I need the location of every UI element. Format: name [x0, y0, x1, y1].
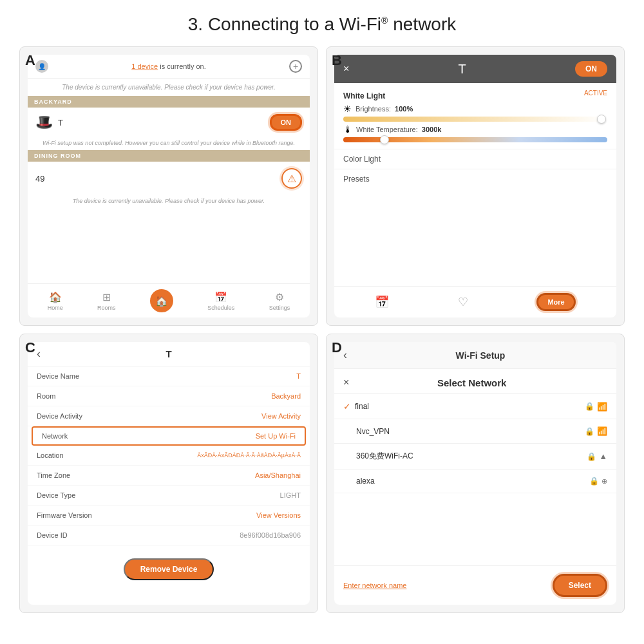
- pa-warning-text: The device is currently unavailable. Ple…: [28, 79, 310, 96]
- pc-activity-value[interactable]: View Activity: [261, 412, 301, 420]
- pb-white-light-label: White Light: [343, 91, 385, 100]
- wifi-icon-nvc: 📶: [597, 426, 607, 436]
- nav-settings-label: Settings: [269, 305, 290, 311]
- nav-schedules[interactable]: 📅 Schedules: [207, 291, 234, 311]
- lamp-icon: 🎩: [35, 114, 53, 131]
- temperature-slider[interactable]: [343, 137, 607, 142]
- pc-device-name-label: Device Name: [37, 372, 79, 380]
- pc-network-row-highlighted: Network Set Up Wi-Fi: [32, 426, 306, 446]
- panel-a-label: A: [25, 52, 35, 69]
- pb-on-button[interactable]: ON: [575, 61, 607, 77]
- pa-wifi-note: Wi-Fi setup was not completed. However y…: [28, 137, 310, 150]
- pc-room-value: Backyard: [271, 392, 301, 400]
- pd-network-name-final: final: [355, 402, 369, 411]
- pa-warning2: The device is currently unavailable. Ple…: [28, 195, 310, 208]
- schedule-icon[interactable]: 📅: [375, 295, 389, 309]
- pa-device-num: 49: [35, 174, 44, 184]
- more-button[interactable]: More: [536, 293, 575, 311]
- pb-active-badge: ACTIVE: [584, 90, 607, 97]
- pb-white-light-title: White Light ACTIVE: [343, 90, 607, 101]
- pc-device-id-value: 8e96f008d16ba906: [240, 531, 301, 539]
- pd-final-icons: 🔒 📶: [585, 402, 607, 412]
- pd-close-icon[interactable]: ×: [343, 377, 349, 388]
- pd-network-name-nvc: Nvc_VPN: [343, 427, 390, 436]
- pc-device-type-row: Device Type LIGHT: [28, 486, 310, 506]
- pb-footer: 📅 ♡ More: [334, 286, 616, 317]
- user-icon: 👤: [35, 60, 48, 73]
- pd-alexa-icons: 🔒 ⊕: [589, 477, 607, 486]
- pc-device-name-value: T: [296, 372, 301, 380]
- pa-toggle-on-button[interactable]: ON: [270, 114, 303, 131]
- page-title: 3. Connecting to a Wi-Fi® network: [0, 0, 644, 46]
- lock-icon-360: 🔒: [587, 452, 596, 461]
- pd-select-network-title: Select Network: [437, 377, 507, 388]
- nav-rooms[interactable]: ⊞ Rooms: [97, 291, 116, 311]
- panel-d: D ‹ Wi-Fi Setup × Select Network ✓ final…: [326, 334, 625, 613]
- rooms-icon: ⊞: [102, 291, 111, 303]
- pa-header-suffix: is currently on.: [160, 62, 206, 70]
- checkmark-icon: ✓: [343, 401, 351, 412]
- pb-brightness-row: ☀ Brightness: 100%: [343, 104, 607, 114]
- lock-icon-alexa: 🔒: [589, 477, 599, 486]
- pa-device-name: T: [58, 118, 63, 128]
- pd-network-row-360[interactable]: 360免费WiFi-AC 🔒 ▲: [334, 444, 616, 469]
- pd-360-icons: 🔒 ▲: [587, 451, 607, 461]
- pc-back-button[interactable]: ‹: [37, 347, 41, 361]
- pc-network-value[interactable]: Set Up Wi-Fi: [256, 432, 296, 440]
- pd-network-row-final[interactable]: ✓ final 🔒 📶: [334, 394, 616, 419]
- pc-timezone-value: Asia/Shanghai: [255, 471, 301, 479]
- pb-brightness-value: 100%: [395, 105, 413, 113]
- sun-icon: ☀: [343, 104, 352, 114]
- pa-header-link[interactable]: 1 device: [131, 62, 158, 70]
- instructions-grid: A 👤 1 device is currently on. + The devi…: [0, 46, 644, 626]
- heart-icon[interactable]: ♡: [458, 295, 468, 309]
- pc-location-row: Location ÀxÃÐÀ·ÀxÃÐÀÐÀ·Â·Â·ÀãÀÐÀ·ÂµÀxÀ·Â: [28, 446, 310, 466]
- pd-network-row-nvc[interactable]: Nvc_VPN 🔒 📶: [334, 419, 616, 444]
- pc-network-label: Network: [42, 432, 68, 440]
- nav-home-label: Home: [48, 305, 63, 311]
- lock-icon-final: 🔒: [585, 402, 594, 411]
- panel-d-label: D: [332, 339, 342, 356]
- panel-b-label: B: [332, 52, 342, 69]
- pa-header-text: 1 device is currently on.: [131, 62, 206, 70]
- pc-device-id-row: Device ID 8e96f008d16ba906: [28, 526, 310, 545]
- pc-firmware-label: Firmware Version: [37, 511, 92, 519]
- brightness-thumb: [597, 115, 606, 124]
- pb-white-light-section: White Light ACTIVE ☀ Brightness: 100% 🌡 …: [334, 83, 616, 149]
- wifi-icon-360: ▲: [599, 451, 607, 461]
- pc-room-row: Room Backyard: [28, 386, 310, 406]
- pc-timezone-label: Time Zone: [37, 471, 70, 479]
- panel-c-label: C: [25, 339, 35, 356]
- nav-center-home[interactable]: 🏠: [150, 289, 173, 312]
- pb-temp-row: 🌡 White Temperature: 3000k: [343, 124, 607, 135]
- pd-network-row-alexa[interactable]: alexa 🔒 ⊕: [334, 469, 616, 493]
- pb-inner: × T ON White Light ACTIVE ☀ Brightness: …: [334, 55, 616, 317]
- enter-network-name-link[interactable]: Enter network name: [343, 582, 406, 589]
- pc-activity-row: Device Activity View Activity: [28, 406, 310, 426]
- pc-firmware-row: Firmware Version View Versions: [28, 506, 310, 526]
- select-button[interactable]: Select: [553, 574, 607, 597]
- temperature-thumb: [380, 135, 389, 144]
- pa-backyard-header: BACKYARD: [28, 96, 310, 108]
- pc-timezone-row: Time Zone Asia/Shanghai: [28, 466, 310, 486]
- nav-settings[interactable]: ⚙ Settings: [269, 291, 290, 311]
- pa-device-t-row: 🎩 T ON: [28, 108, 310, 137]
- pc-firmware-value[interactable]: View Versions: [256, 511, 301, 519]
- pb-brightness-label: Brightness:: [355, 105, 391, 113]
- pb-close-button[interactable]: ×: [343, 63, 349, 75]
- nav-home[interactable]: 🏠 Home: [48, 291, 63, 311]
- brightness-slider[interactable]: [343, 117, 607, 122]
- pb-color-section: Color Light: [334, 149, 616, 169]
- pd-back-button[interactable]: ‹: [343, 348, 347, 362]
- pb-color-light-label: Color Light: [343, 155, 607, 164]
- nav-rooms-label: Rooms: [97, 305, 116, 311]
- pc-device-type-label: Device Type: [37, 491, 75, 499]
- pd-footer: Enter network name Select: [334, 565, 616, 605]
- add-device-icon[interactable]: +: [289, 60, 302, 73]
- panel-b: B × T ON White Light ACTIVE ☀ Brightness…: [326, 46, 625, 326]
- panel-c: C ‹ T Device Name T Room Backyard Device…: [19, 334, 318, 613]
- pc-title: T: [166, 348, 171, 359]
- schedules-icon: 📅: [214, 291, 227, 303]
- pd-topbar-title: Wi-Fi Setup: [354, 350, 607, 361]
- remove-device-button[interactable]: Remove Device: [124, 558, 214, 580]
